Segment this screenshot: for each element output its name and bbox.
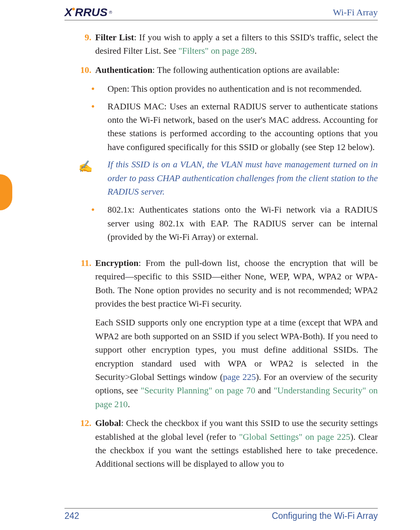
bullet-lead: Open: [107, 84, 129, 94]
logo-text-part1: X [64, 6, 72, 19]
security-planning-link[interactable]: "Security Planning" on page 70 [141, 385, 255, 395]
page-footer: 242 Configuring the Wi-Fi Array [64, 511, 378, 522]
list-item-12: 12. Global: Check the checkbox if you wa… [64, 416, 378, 471]
bullet-dot-icon: • [91, 100, 107, 154]
page-number: 242 [64, 511, 79, 521]
item-title: Filter List [95, 32, 134, 42]
bullet-text-b: below). [346, 142, 375, 152]
bullet-text: This option provides no authentication a… [129, 84, 362, 94]
bullet-lead: RADIUS MAC: [107, 101, 167, 111]
item-body: Authentication: The following authentica… [95, 63, 378, 77]
page225-link[interactable]: page 225 [223, 372, 256, 382]
item-title: Authentication [95, 65, 152, 75]
logo-text-part2: RRUS [75, 6, 107, 19]
filters-link[interactable]: "Filters" on page 289 [179, 46, 255, 56]
step12-link[interactable]: Step 12 [318, 142, 346, 152]
bullet-dot-icon: • [91, 82, 107, 96]
item-number: 12. [64, 416, 95, 471]
bullet-body: 802.1x: Authenticates stations onto the … [107, 203, 378, 244]
vlan-note: ✍ If this SSID is on a VLAN, the VLAN mu… [78, 158, 378, 198]
logo-dot-icon [72, 8, 75, 10]
hand-writing-icon: ✍ [78, 158, 107, 198]
item-body: Encryption: From the pull-down list, cho… [95, 256, 378, 411]
bullet-radius-mac: • RADIUS MAC: Uses an external RADIUS se… [91, 100, 378, 154]
list-item-9: 9. Filter List: If you wish to apply a s… [64, 31, 378, 58]
item-number: 10. [64, 63, 95, 77]
bullet-body: RADIUS MAC: Uses an external RADIUS serv… [107, 100, 378, 154]
note-text: If this SSID is on a VLAN, the VLAN must… [107, 158, 378, 198]
section-title: Configuring the Wi-Fi Array [272, 511, 378, 521]
item-title: Global [95, 418, 121, 428]
bullet-open: • Open: This option provides no authenti… [91, 82, 378, 96]
footer-divider [64, 508, 378, 509]
page-header: XRRUS® Wi-Fi Array [64, 6, 378, 20]
side-tab-indicator [0, 174, 12, 210]
header-divider [64, 20, 378, 20]
bullet-body: Open: This option provides no authentica… [107, 82, 378, 96]
auth-bullets: • Open: This option provides no authenti… [91, 82, 378, 154]
item-number: 11. [64, 256, 95, 411]
p2-c: and [255, 385, 274, 395]
item-number: 9. [64, 31, 95, 58]
spacer [64, 248, 378, 256]
document-page: XRRUS® Wi-Fi Array 9. Filter List: If yo… [0, 0, 420, 530]
xirrus-logo: XRRUS® [64, 6, 112, 19]
global-settings-link[interactable]: "Global Settings" on page 225 [239, 432, 351, 442]
bullet-dot-icon: • [91, 203, 107, 244]
bullet-8021x: • 802.1x: Authenticates stations onto th… [91, 203, 378, 244]
item-title: Encryption [95, 258, 139, 268]
page-content: 9. Filter List: If you wish to apply a s… [64, 31, 378, 502]
item-text: : The following authentication options a… [152, 65, 339, 75]
bullet-lead: 802.1x: [107, 205, 135, 215]
logo-registered-icon: ® [109, 10, 112, 15]
product-name: Wi-Fi Array [333, 7, 378, 18]
item-body: Global: Check the checkbox if you want t… [95, 416, 378, 471]
bullet-text: Authenticates stations onto the Wi-Fi ne… [107, 205, 378, 242]
p2-d: . [128, 399, 130, 409]
auth-bullets-cont: • 802.1x: Authenticates stations onto th… [91, 203, 378, 244]
item-body: Filter List: If you wish to apply a set … [95, 31, 378, 58]
list-item-10: 10. Authentication: The following authen… [64, 63, 378, 77]
item-text-b: . [255, 46, 257, 56]
item-p2: Each SSID supports only one encryption t… [95, 316, 378, 411]
list-item-11: 11. Encryption: From the pull-down list,… [64, 256, 378, 411]
